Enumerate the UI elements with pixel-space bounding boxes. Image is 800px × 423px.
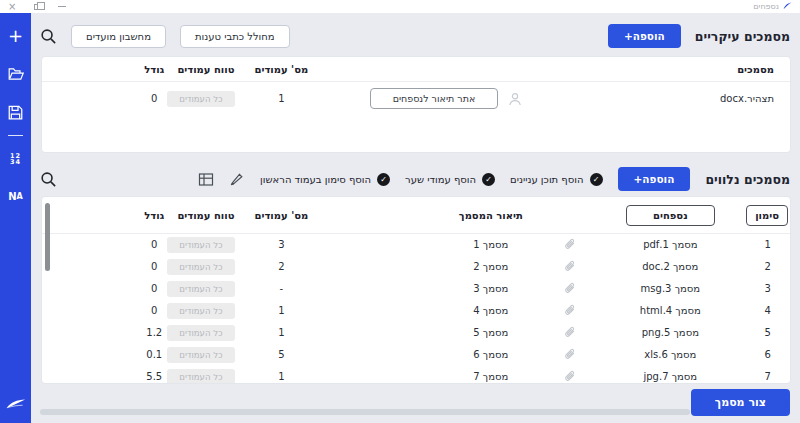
cell-pages: 5 [237, 344, 327, 366]
checkbox-checked-icon [377, 173, 390, 186]
cell-pages: 2 [237, 256, 327, 278]
cell-description: מסמך 5 [438, 322, 543, 344]
page-range-chip[interactable]: כל העמודים [167, 369, 234, 385]
paperclip-icon[interactable] [563, 370, 576, 383]
page-range-chip[interactable]: כל העמודים [167, 303, 234, 319]
col-header-pages: מס' עמודים [237, 197, 327, 233]
page-range-chip[interactable]: כל העמודים [167, 91, 234, 107]
cell-attach [543, 256, 595, 278]
checkbox-add-toc[interactable]: הוסף תוכן עניינים [510, 173, 602, 186]
cell-description: מסמך 4 [438, 300, 543, 322]
top-toolbar: מסמכים עיקריים הוספה+ מחולל כתבי טענות מ… [40, 21, 790, 51]
cell-file-name: תצהיר.docx [566, 82, 790, 116]
pleadings-generator-button[interactable]: מחולל כתבי טענות [180, 25, 290, 48]
page-range-chip[interactable]: כל העמודים [167, 325, 234, 341]
page-numbering-icon[interactable]: 12 34 [6, 150, 26, 168]
cell-pages: 1 [237, 300, 327, 322]
cell-description: מסמך 3 [438, 278, 543, 300]
horizontal-scrollbar[interactable] [40, 409, 690, 415]
cell-attach [543, 233, 595, 256]
col-header-documents: מסמכים [566, 57, 790, 82]
main-content: מסמכים עיקריים הוספה+ מחולל כתבי טענות מ… [31, 13, 800, 423]
cell-file-name: מסמך 4.html [596, 300, 746, 322]
cell-number: 4 [745, 300, 790, 322]
col-header-range: טווח עמודים [184, 57, 236, 82]
attached-documents-table: סימון נספחים תיאור המסמך מס' עמודים טווח… [42, 197, 790, 384]
table-row: 4מסמך 4.htmlמסמך 41כל העמודים0 [42, 300, 790, 322]
checkbox-add-first-page-mark[interactable]: הוסף סימון בעמוד הראשון [260, 173, 390, 186]
page-range-chip[interactable]: כל העמודים [167, 237, 234, 253]
table-row: 5מסמך 5.pngמסמך 51כל העמודים1.2 [42, 322, 790, 344]
close-icon[interactable]: × [8, 2, 16, 12]
table-grid-icon [198, 172, 214, 187]
checkbox-checked-icon [482, 173, 495, 186]
col-header-mark[interactable]: סימון [746, 205, 788, 226]
paperclip-icon[interactable] [563, 304, 576, 317]
add-attached-document-button[interactable]: הוספה+ [618, 167, 691, 191]
table-row: 1מסמך 1.pdfמסמך 13כל העמודים0 [42, 233, 790, 256]
col-header-size: גודל [124, 197, 184, 233]
checkbox-label: הוסף תוכן עניינים [510, 174, 583, 185]
cell-file-name: מסמך 3.msg [596, 278, 746, 300]
search-icon [40, 28, 57, 45]
paperclip-icon[interactable] [563, 326, 576, 339]
create-document-button[interactable]: צור מסמך [691, 389, 790, 416]
paperclip-icon[interactable] [563, 282, 576, 295]
paperclip-icon[interactable] [563, 260, 576, 273]
attached-documents-header: מסמכים נלווים הוספה+ הוסף תוכן עניינים ה… [40, 165, 790, 193]
table-row: 7מסמך 7.jpgמסמך 71כל העמודים5.5 [42, 366, 790, 385]
open-folder-icon[interactable] [6, 65, 26, 83]
paperclip-icon[interactable] [563, 348, 576, 361]
cell-attach [543, 366, 595, 385]
page-range-chip[interactable]: כל העמודים [167, 281, 234, 297]
search-attachments-button[interactable] [40, 171, 57, 188]
cell-number: 2 [745, 256, 790, 278]
col-header-size: גודל [124, 57, 184, 82]
add-icon[interactable]: + [6, 27, 26, 45]
cell-number: 3 [745, 278, 790, 300]
cell-attach [543, 278, 595, 300]
person-icon[interactable] [508, 92, 522, 106]
cell-number: 1 [745, 233, 790, 256]
cell-description: מסמך 1 [438, 233, 543, 256]
search-button[interactable] [40, 28, 57, 45]
style-brush-button[interactable] [229, 171, 245, 187]
cell-pages: - [237, 278, 327, 300]
quill-icon [783, 2, 792, 11]
page-numbering-line2: 34 [10, 159, 21, 166]
col-header-empty [326, 57, 565, 82]
col-header-pages: מס' עמודים [237, 57, 327, 82]
col-header-attachments[interactable]: נספחים [626, 205, 715, 226]
table-row: 3מסמך 3.msgמסמך 3-כל העמודים0 [42, 278, 790, 300]
main-documents-card: מסמכים מס' עמודים טווח עמודים גודל תצהיר… [41, 56, 791, 153]
col-header-range: טווח עמודים [184, 197, 236, 233]
checkbox-label: הוסף סימון בעמוד הראשון [260, 174, 371, 185]
main-documents-table: מסמכים מס' עמודים טווח עמודים גודל תצהיר… [42, 57, 790, 116]
numbering-na-icon[interactable]: NA [6, 188, 26, 206]
restore-icon[interactable] [34, 4, 40, 10]
footer: צור מסמך [40, 384, 790, 423]
cell-number: 6 [745, 344, 790, 366]
checkbox-add-cover-pages[interactable]: הוסף עמודי שער [405, 173, 495, 186]
vertical-scrollbar[interactable] [45, 203, 50, 271]
cell-description: אתר תיאור לנספחים [326, 82, 565, 116]
main-documents-title: מסמכים עיקריים [695, 29, 790, 44]
toolbar-buttons: מחולל כתבי טענות מחשבון מועדים [40, 25, 290, 48]
save-icon[interactable] [6, 103, 26, 121]
cell-file-name: מסמך 6.xls [596, 344, 746, 366]
paperclip-icon[interactable] [563, 238, 576, 251]
minimize-icon[interactable] [58, 6, 66, 7]
main-documents-header: מסמכים עיקריים הוספה+ [608, 24, 790, 48]
cell-description: מסמך 6 [438, 344, 543, 366]
cell-number: 5 [745, 322, 790, 344]
cell-file-name: מסמך 1.pdf [596, 233, 746, 256]
locate-description-button[interactable]: אתר תיאור לנספחים [370, 88, 498, 109]
cell-pages: 1 [237, 322, 327, 344]
page-range-chip[interactable]: כל העמודים [167, 347, 234, 363]
cell-pages: 1 [237, 82, 327, 116]
dates-calculator-button[interactable]: מחשבון מועדים [71, 25, 166, 48]
table-grid-button[interactable] [198, 172, 214, 187]
sidebar: + 12 34 NA [0, 13, 31, 423]
page-range-chip[interactable]: כל העמודים [167, 259, 234, 275]
add-main-document-button[interactable]: הוספה+ [608, 24, 681, 48]
